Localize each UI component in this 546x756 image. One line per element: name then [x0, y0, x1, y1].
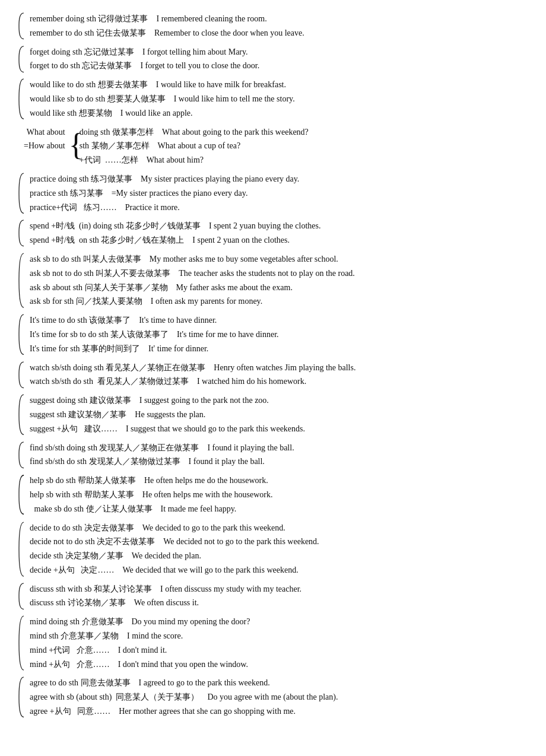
brace-icon	[18, 45, 25, 74]
section-suggest: suggest doing sth 建议做某事 I suggest going …	[18, 393, 528, 436]
list-item: help sb with sth 帮助某人某事 He often helps m…	[28, 488, 528, 502]
list-item: suggest sth 建议某物／某事 He suggests the plan…	[28, 408, 528, 422]
brace-icon	[18, 441, 25, 469]
section-its-time: It's time to do sth 该做某事了 It's time to h…	[18, 313, 528, 355]
brace-icon	[18, 78, 25, 120]
list-item: decide sth 决定某物／某事 We decided the plan.	[28, 549, 528, 563]
list-item: ask sb to do sth 叫某人去做某事 My mother asks …	[28, 252, 528, 266]
list-item: forget to do sth 忘记去做某事 I forget to tell…	[28, 59, 528, 73]
list-item: sth 某物／某事怎样 What about a cup of tea?	[78, 139, 309, 153]
brace-icon	[18, 313, 25, 355]
brace-icon: {	[69, 131, 77, 159]
list-item: agree +从句 同意…… Her mother agrees that sh…	[28, 704, 528, 719]
list-item: mind doing sth 介意做某事 Do you mind my open…	[28, 615, 528, 629]
list-item: agree to do sth 同意去做某事 I agreed to go to…	[28, 676, 528, 690]
brace-icon	[18, 615, 25, 671]
brace-icon	[18, 474, 25, 516]
section-mind: mind doing sth 介意做某事 Do you mind my open…	[18, 615, 528, 671]
list-item: find sb/sth do sth 发现某人／某物做过某事 I found i…	[28, 455, 528, 469]
list-item: remember to do sth 记住去做某事 Remember to cl…	[28, 26, 528, 40]
brace-icon	[18, 252, 25, 309]
list-item: +代词 ……怎样 What about him?	[78, 153, 309, 167]
list-item: decide +从句 决定…… We decided that we will …	[28, 563, 528, 577]
section-spend: spend +时/钱 (in) doing sth 花多少时／钱做某事 I sp…	[18, 219, 528, 247]
what-about-text: What about	[27, 125, 65, 139]
section-practice: practice doing sth 练习做某事 My sister pract…	[18, 172, 528, 214]
list-item: ask sb not to do sth 叫某人不要去做某事 The teach…	[28, 266, 528, 281]
list-item: discuss sth 讨论某物／某事 We often discuss it.	[28, 596, 528, 610]
list-item: practice+代词 练习…… Practice it more.	[28, 201, 528, 215]
section-discuss: discuss sth with sb 和某人讨论某事 I often diss…	[18, 582, 528, 611]
list-item: help sb do sth 帮助某人做某事 He often helps me…	[28, 474, 528, 488]
list-item: It's time to do sth 该做某事了 It's time to h…	[28, 313, 528, 328]
section-find: find sb/sth doing sth 发现某人／某物正在做某事 I fou…	[18, 441, 528, 469]
section-watch: watch sb/sth doing sth 看见某人／某物正在做某事 Henr…	[18, 361, 528, 389]
list-item: make sb do sth 使／让某人做某事 It made me feel …	[31, 502, 528, 516]
list-item: watch sb/sth doing sth 看见某人／某物正在做某事 Henr…	[28, 361, 528, 375]
what-about-section: What about=How about{doing sth 做某事怎样 Wha…	[18, 125, 528, 167]
list-item: doing sth 做某事怎样 What about going to the …	[78, 125, 309, 139]
brace-icon	[18, 676, 25, 718]
list-item: watch sb/sth do sth 看见某人／某物做过某事 I watche…	[28, 374, 528, 389]
list-item: forget doing sth 忘记做过某事 I forgot telling…	[28, 45, 528, 59]
list-item: mind sth 介意某事／某物 I mind the score.	[28, 629, 528, 643]
list-item: It's time for sb to do sth 某人该做某事了 It's …	[28, 328, 528, 342]
brace-icon	[18, 172, 25, 214]
what-about-items: doing sth 做某事怎样 What about going to the …	[78, 125, 309, 167]
list-item: spend +时/钱 (in) doing sth 花多少时／钱做某事 I sp…	[28, 219, 528, 233]
brace-icon	[18, 361, 25, 389]
brace-icon	[18, 12, 25, 40]
main-content: remember doing sth 记得做过某事 I remembered c…	[18, 12, 528, 719]
brace-icon	[18, 521, 25, 577]
brace-icon	[18, 582, 25, 611]
section-decide: decide to do sth 决定去做某事 We decided to go…	[18, 521, 528, 577]
list-item: suggest doing sth 建议做某事 I suggest going …	[28, 393, 528, 408]
list-item: mind +代词 介意…… I don't mind it.	[28, 643, 528, 657]
list-item: It's time for sth 某事的时间到了 It' time for d…	[28, 342, 528, 356]
list-item: practice doing sth 练习做某事 My sister pract…	[28, 172, 528, 186]
list-item: decide not to do sth 决定不去做某事 We decided …	[28, 535, 528, 549]
section-agree: agree to do sth 同意去做某事 I agreed to go to…	[18, 676, 528, 718]
list-item: would like sb to do sth 想要某人做某事 I would …	[28, 92, 528, 106]
list-item: practice sth 练习某事 =My sister practices t…	[28, 186, 528, 201]
list-item: ask sb for sth 问／找某人要某物 I often ask my p…	[28, 294, 528, 309]
section-would-like: would like to do sth 想要去做某事 I would like…	[18, 78, 528, 120]
section-help: help sb do sth 帮助某人做某事 He often helps me…	[18, 474, 528, 516]
what-about-label: What about=How about	[24, 125, 65, 154]
list-item: ask sb about sth 问某人关于某事／某物 My father as…	[28, 281, 528, 295]
list-item: decide to do sth 决定去做某事 We decided to go…	[28, 521, 528, 535]
list-item: suggest +从句 建议…… I suggest that we shoul…	[28, 422, 528, 436]
list-item: agree with sb (about sth) 同意某人（关于某事） Do …	[28, 690, 528, 704]
list-item: remember doing sth 记得做过某事 I remembered c…	[28, 12, 528, 26]
brace-icon	[18, 219, 25, 247]
list-item: discuss sth with sb 和某人讨论某事 I often diss…	[28, 582, 528, 596]
brace-icon	[18, 393, 25, 436]
list-item: find sb/sth doing sth 发现某人／某物正在做某事 I fou…	[28, 441, 528, 455]
how-about-text: =How about	[24, 139, 65, 153]
list-item: would like sth 想要某物 I would like an appl…	[28, 106, 528, 120]
list-item: would like to do sth 想要去做某事 I would like…	[28, 78, 528, 92]
section-remember: remember doing sth 记得做过某事 I remembered c…	[18, 12, 528, 40]
list-item: spend +时/钱 on sth 花多少时／钱在某物上 I spent 2 y…	[28, 233, 528, 247]
list-item: mind +从句 介意…… I don't mind that you open…	[28, 657, 528, 672]
section-forget: forget doing sth 忘记做过某事 I forgot telling…	[18, 45, 528, 74]
section-ask: ask sb to do sth 叫某人去做某事 My mother asks …	[18, 252, 528, 309]
